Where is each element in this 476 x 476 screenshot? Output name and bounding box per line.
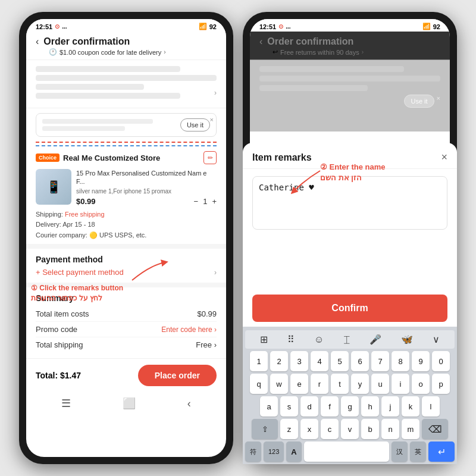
shipping-value: Free shipping: [65, 211, 105, 218]
kb-lang-a[interactable]: A: [286, 441, 301, 457]
kb-dots-icon[interactable]: ⠿: [287, 334, 295, 345]
kb-o[interactable]: o: [412, 374, 430, 394]
kb-7[interactable]: 7: [371, 351, 389, 371]
kb-6[interactable]: 6: [351, 351, 369, 371]
dots-left: ...: [62, 23, 67, 30]
kb-1[interactable]: 1: [250, 351, 268, 371]
kb-k[interactable]: k: [402, 396, 419, 416]
screen-content-left: › Use it × Ch: [26, 60, 226, 457]
kb-cursor-icon[interactable]: ⌶: [344, 334, 350, 345]
kb-c[interactable]: c: [321, 419, 339, 439]
kb-shift[interactable]: ⇧: [252, 419, 278, 439]
kb-row-nums: 1 2 3 4 5 6 7 8 9 0: [250, 351, 450, 371]
kb-delete[interactable]: ⌫: [422, 419, 448, 439]
address-chevron[interactable]: ›: [214, 89, 217, 97]
kb-x[interactable]: x: [300, 419, 318, 439]
kb-5[interactable]: 5: [331, 351, 349, 371]
kb-grid-icon[interactable]: ⊞: [260, 334, 268, 345]
shipping-row-value: Free ›: [196, 340, 217, 349]
place-order-button[interactable]: Place order: [138, 365, 217, 386]
kb-row-zxcv: ⇧ z x c v b n m ⌫: [250, 419, 450, 439]
kb-8[interactable]: 8: [392, 351, 409, 371]
status-bar-left: 12:51 ⊙ ... 📶 92: [26, 19, 226, 32]
edit-remarks-button[interactable]: ✏: [203, 151, 217, 164]
time-right: 12:51: [259, 23, 276, 30]
back-nav-icon[interactable]: ‹: [187, 397, 191, 410]
nav-bar-left: ☰ ⬜ ‹: [26, 392, 226, 415]
address-blur-2: [36, 75, 217, 81]
modal-close-button[interactable]: ×: [441, 151, 447, 164]
kb-r[interactable]: r: [311, 374, 328, 394]
store-section: Choice Real Me Customized Store ✏ 📱 15 P…: [26, 148, 226, 244]
address-blur-3: [36, 84, 144, 90]
kb-b[interactable]: b: [361, 419, 379, 439]
kb-j[interactable]: j: [381, 396, 399, 416]
kb-w[interactable]: w: [270, 374, 288, 394]
confirm-button[interactable]: Confirm: [252, 295, 447, 322]
summary-section: Summary Total item costs $0.99 Promo cod…: [26, 287, 226, 358]
kb-u[interactable]: u: [371, 374, 389, 394]
dashed-divider-blue: [36, 145, 217, 146]
kb-e[interactable]: e: [290, 374, 308, 394]
kb-3[interactable]: 3: [290, 351, 308, 371]
kb-q[interactable]: q: [250, 374, 268, 394]
kb-z[interactable]: z: [280, 419, 298, 439]
kb-emoji-icon[interactable]: ☺: [314, 334, 324, 345]
kb-mic-icon[interactable]: 🎤: [369, 334, 381, 345]
payment-chevron: ›: [214, 268, 217, 277]
shipping-info: Shipping: Free shipping Delivery: Apr 15…: [36, 209, 217, 241]
kb-en[interactable]: 英: [410, 441, 426, 457]
kb-han[interactable]: 汉: [392, 441, 408, 457]
kb-s[interactable]: s: [280, 396, 298, 416]
dot-icon: ⊙: [55, 23, 60, 30]
time-left: 12:51: [36, 23, 52, 30]
close-coupon-icon[interactable]: ×: [210, 116, 214, 123]
select-payment-link[interactable]: + Select payment method: [36, 268, 124, 277]
header-left: ‹ Order confirmation 🕐 $1.00 coupon code…: [26, 32, 226, 60]
delivery-value: Apr 15 - 18: [62, 221, 95, 228]
promo-row: Promo code Enter code here ›: [36, 322, 217, 337]
kb-n[interactable]: n: [381, 419, 399, 439]
kb-v[interactable]: v: [341, 419, 359, 439]
kb-123[interactable]: 123: [264, 441, 284, 457]
page-title-left: Order confirmation: [43, 36, 130, 47]
kb-h[interactable]: h: [361, 396, 379, 416]
use-it-button[interactable]: Use it: [180, 118, 210, 131]
plus-icon[interactable]: +: [212, 197, 217, 206]
status-bar-right: 12:51 ⊙ ... 📶 92: [250, 19, 450, 32]
menu-icon[interactable]: ☰: [61, 397, 71, 410]
home-icon[interactable]: ⬜: [123, 397, 136, 410]
coupon-blur-1: [42, 119, 153, 124]
kb-t[interactable]: t: [331, 374, 349, 394]
left-screen: 12:51 ⊙ ... 📶 92 ‹ Order confirmation: [26, 19, 226, 457]
kb-2[interactable]: 2: [270, 351, 288, 371]
kb-l[interactable]: l: [422, 396, 440, 416]
product-row: 📱 15 Pro Max Personalised Customized Nam…: [36, 169, 217, 206]
kb-f[interactable]: f: [321, 396, 339, 416]
kb-chevron-icon[interactable]: ∨: [433, 334, 440, 345]
kb-d[interactable]: d: [300, 396, 318, 416]
promo-input[interactable]: Enter code here ›: [161, 325, 217, 334]
kb-a[interactable]: a: [260, 396, 278, 416]
kb-enter[interactable]: ↵: [428, 441, 450, 457]
dot-icon-right: ⊙: [278, 23, 283, 30]
kb-0[interactable]: 0: [432, 351, 450, 371]
kb-p[interactable]: p: [432, 374, 450, 394]
minus-icon[interactable]: −: [194, 197, 199, 206]
qty-control[interactable]: − 1 +: [194, 197, 217, 206]
kb-special-icon[interactable]: 🦋: [401, 334, 413, 345]
remarks-input[interactable]: Catherine ♥: [252, 176, 447, 230]
shipping-row: Total shipping Free ›: [36, 337, 217, 352]
kb-y[interactable]: y: [351, 374, 369, 394]
kb-fu[interactable]: 符: [250, 441, 261, 457]
kb-9[interactable]: 9: [412, 351, 430, 371]
kb-i[interactable]: i: [392, 374, 409, 394]
kb-space[interactable]: [304, 441, 389, 457]
summary-title: Summary: [36, 293, 217, 303]
back-button-left[interactable]: ‹: [36, 36, 39, 47]
keyboard-toolbar: ⊞ ⠿ ☺ ⌶ 🎤 🦋 ∨: [250, 330, 450, 349]
kb-4[interactable]: 4: [311, 351, 328, 371]
kb-m[interactable]: m: [402, 419, 419, 439]
right-phone: 12:51 ⊙ ... 📶 92 ‹ Order confirmation ↩ …: [243, 12, 457, 464]
kb-g[interactable]: g: [341, 396, 359, 416]
